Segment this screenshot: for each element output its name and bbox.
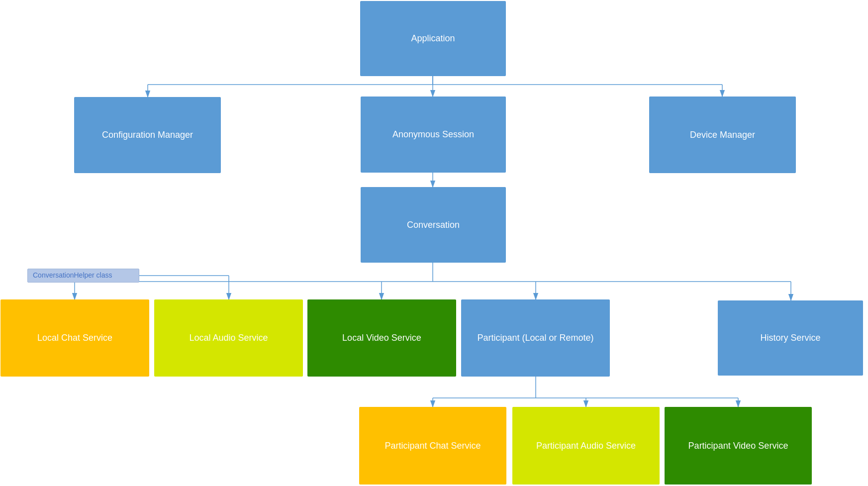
conversation-helper-text: ConversationHelper class	[33, 271, 112, 279]
local-video-service-label: Local Video Service	[342, 333, 421, 343]
local-audio-service-box: Local Audio Service	[154, 299, 303, 377]
conversation-box: Conversation	[361, 187, 506, 263]
application-label: Application	[411, 33, 455, 44]
participant-chat-service-label: Participant Chat Service	[385, 441, 481, 451]
participant-chat-service-box: Participant Chat Service	[359, 407, 506, 485]
device-manager-box: Device Manager	[649, 97, 796, 173]
participant-video-service-label: Participant Video Service	[688, 441, 788, 451]
configuration-manager-box: Configuration Manager	[74, 97, 221, 173]
configuration-manager-label: Configuration Manager	[102, 130, 193, 140]
participant-box: Participant (Local or Remote)	[461, 299, 610, 377]
local-audio-service-label: Local Audio Service	[189, 333, 268, 343]
local-video-service-box: Local Video Service	[307, 299, 456, 377]
device-manager-label: Device Manager	[690, 130, 755, 140]
anonymous-session-label: Anonymous Session	[392, 129, 474, 140]
participant-audio-service-label: Participant Audio Service	[536, 441, 636, 451]
participant-label: Participant (Local or Remote)	[477, 333, 593, 343]
local-chat-service-box: Local Chat Service	[0, 299, 149, 377]
history-service-box: History Service	[718, 300, 863, 376]
anonymous-session-box: Anonymous Session	[361, 97, 506, 173]
diagram: Application Anonymous Session Configurat…	[0, 0, 868, 486]
local-chat-service-label: Local Chat Service	[37, 333, 112, 343]
participant-video-service-box: Participant Video Service	[665, 407, 812, 485]
application-box: Application	[360, 1, 506, 76]
conversation-label: Conversation	[407, 220, 460, 230]
participant-audio-service-box: Participant Audio Service	[512, 407, 660, 485]
conversation-helper-label: ConversationHelper class	[27, 269, 139, 283]
history-service-label: History Service	[760, 333, 820, 343]
